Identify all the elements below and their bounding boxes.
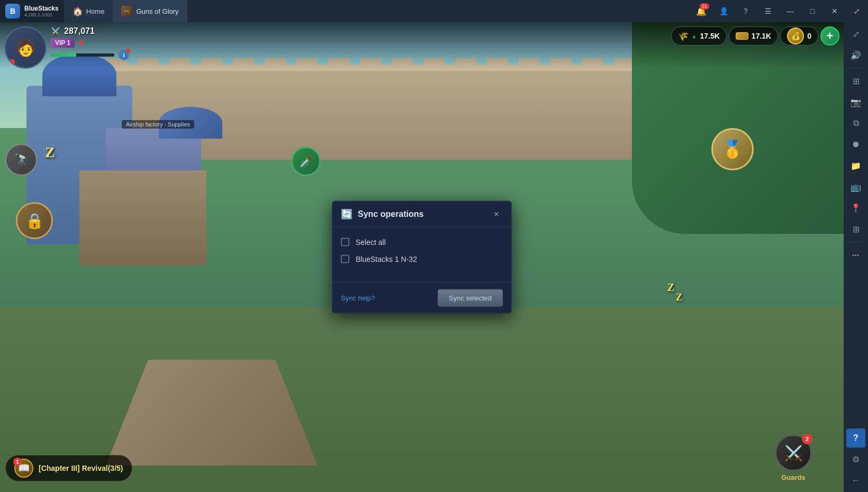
- vip-row: VIP 1: [51, 38, 129, 48]
- food-icon: 🌾: [678, 31, 689, 41]
- food-value: 17.5K: [700, 32, 719, 40]
- gold-ingot-decoration: 🥇: [711, 128, 754, 170]
- home-icon: 🏠: [73, 6, 83, 16]
- quest-number: 1: [13, 458, 22, 466]
- maximize-button[interactable]: □: [801, 0, 824, 22]
- player-level-badge: 3: [5, 59, 15, 68]
- z-letter-decoration-2: Z: [667, 281, 674, 294]
- instance-checkbox-item[interactable]: BlueStacks 1 N-32: [341, 255, 503, 263]
- app-name: BlueStacks: [24, 5, 59, 12]
- player-power: 287,071: [64, 26, 95, 36]
- sidebar-divider-1: [848, 68, 864, 68]
- chapter-quest[interactable]: 📖 1 [Chapter III] Revival(3/5): [5, 455, 132, 481]
- tab-game[interactable]: 🎮 Guns of Glory: [113, 0, 187, 22]
- tv-btn[interactable]: 📺: [846, 177, 865, 196]
- split-btn[interactable]: ⊞: [846, 220, 865, 239]
- expand-button[interactable]: ⤢: [846, 0, 868, 22]
- folder-btn[interactable]: 📁: [846, 156, 865, 175]
- tab-home-label: Home: [86, 7, 105, 15]
- player-avatar[interactable]: 🧑 3: [4, 26, 47, 69]
- quest-badge: 📖 1: [14, 459, 33, 478]
- sync-dialog-title: Sync operations: [358, 209, 485, 219]
- settings-btn[interactable]: ⚙: [846, 450, 865, 469]
- minimize-button[interactable]: —: [779, 0, 801, 22]
- app-version: 4.280.1.1002: [24, 12, 59, 17]
- cannon-icon: 🔭: [5, 144, 37, 176]
- sync-dialog: 🔄 Sync operations × Select all BlueStack…: [332, 201, 512, 314]
- account-button[interactable]: 👤: [712, 0, 735, 22]
- coin-value: 0: [807, 32, 811, 40]
- tab-home[interactable]: 🏠 Home: [64, 0, 113, 22]
- close-button[interactable]: ✕: [824, 0, 846, 22]
- exp-fill: [51, 53, 76, 57]
- exp-bar: [51, 53, 114, 57]
- info-dot: [126, 49, 130, 53]
- quest-text: [Chapter III] Revival(3/5): [39, 464, 123, 472]
- lock-icon-game[interactable]: 🔒: [16, 202, 53, 239]
- copy-btn[interactable]: ⧉: [846, 114, 865, 133]
- game-viewport: Z Z Z 🔭 🔒 Airship factory · Supplies 🗡️ …: [0, 22, 844, 492]
- sword-icon: ⚔️: [51, 27, 60, 35]
- select-all-checkbox-item[interactable]: Select all: [341, 238, 503, 247]
- guards-icon: ⚔️ 2: [775, 434, 812, 471]
- sync-icon: 🔄: [341, 208, 352, 220]
- game-tab-icon: 🎮: [121, 6, 132, 16]
- expand-sidebar-btn[interactable]: ⤢: [846, 24, 865, 43]
- vip-badge: VIP 1: [51, 38, 75, 48]
- add-resources-button[interactable]: +: [820, 26, 839, 45]
- player-stats-row: ⚔️ 287,071: [51, 26, 129, 36]
- window-controls: 🔔 21 👤 ? ☰ — □ ✕ ⤢: [690, 0, 868, 22]
- z-letter-decoration-3: Z: [676, 292, 682, 303]
- z-letter-decoration-1: Z: [45, 144, 55, 161]
- select-all-checkbox[interactable]: [341, 238, 349, 247]
- app-logo-area: B BlueStacks 4.280.1.1002: [0, 0, 64, 22]
- gold-bar-value: 17.1K: [752, 32, 771, 40]
- guards-button[interactable]: ⚔️ 2 Guards: [775, 434, 812, 481]
- help-sidebar-btn[interactable]: ?: [846, 429, 865, 448]
- guards-badge: 2: [802, 434, 812, 444]
- coin-resource[interactable]: 💰 0: [780, 26, 818, 45]
- instance-checkbox[interactable]: [341, 255, 349, 263]
- coin-icon: 💰: [787, 28, 804, 44]
- game-hud: 🧑 3 ⚔️ 287,071 VIP 1 i: [0, 22, 844, 69]
- right-sidebar: ⤢ 🔊 ⊞ 📷 ⧉ ⏺ 📁 📺 📍 ⊞ ••• ? ⚙ ←: [844, 22, 868, 492]
- volume-btn[interactable]: 🔊: [846, 45, 865, 65]
- exp-row: i: [51, 50, 129, 60]
- back-btn[interactable]: ←: [846, 471, 865, 490]
- sync-dialog-close-button[interactable]: ×: [490, 208, 503, 221]
- notification-badge: 21: [700, 3, 709, 10]
- food-arrow-up: ▲: [692, 33, 697, 39]
- notification-button[interactable]: 🔔 21: [690, 0, 712, 22]
- record-btn[interactable]: ⏺: [846, 135, 865, 154]
- help-button[interactable]: ?: [735, 0, 757, 22]
- instance-label: BlueStacks 1 N-32: [356, 255, 417, 263]
- sync-selected-button[interactable]: Sync selected: [438, 289, 503, 307]
- resources-bar: 🌾 ▲ 17.5K 17.1K 💰 0 +: [671, 26, 839, 45]
- gold-bar-resource[interactable]: 17.1K: [729, 26, 778, 45]
- info-button[interactable]: i: [119, 50, 129, 60]
- gold-bar-icon: [736, 32, 748, 40]
- screenshot-btn[interactable]: 📷: [846, 93, 865, 112]
- select-all-label: Select all: [356, 238, 386, 247]
- food-resource[interactable]: 🌾 ▲ 17.5K: [671, 26, 727, 45]
- airship-label: Airship factory · Supplies: [122, 120, 194, 129]
- location-btn[interactable]: 📍: [846, 198, 865, 217]
- guards-label: Guards: [781, 473, 806, 481]
- vip-dot: [79, 41, 83, 45]
- bluestacks-icon: B: [5, 4, 20, 19]
- sync-dialog-footer: Sync help? Sync selected: [332, 283, 511, 313]
- building-right: [79, 170, 206, 266]
- titlebar: B BlueStacks 4.280.1.1002 🏠 Home 🎮 Guns …: [0, 0, 868, 22]
- more-btn[interactable]: •••: [846, 245, 865, 265]
- player-info: ⚔️ 287,071 VIP 1 i: [51, 26, 129, 60]
- airship-badge[interactable]: 🗡️: [291, 147, 321, 176]
- multi-instance-btn[interactable]: ⊞: [846, 71, 865, 90]
- sync-dialog-header: 🔄 Sync operations ×: [332, 202, 511, 227]
- sync-help-link[interactable]: Sync help?: [341, 294, 375, 302]
- sync-dialog-body: Select all BlueStacks 1 N-32: [332, 227, 511, 283]
- sidebar-divider-2: [848, 242, 864, 242]
- tab-game-label: Guns of Glory: [136, 7, 178, 15]
- menu-button[interactable]: ☰: [757, 0, 779, 22]
